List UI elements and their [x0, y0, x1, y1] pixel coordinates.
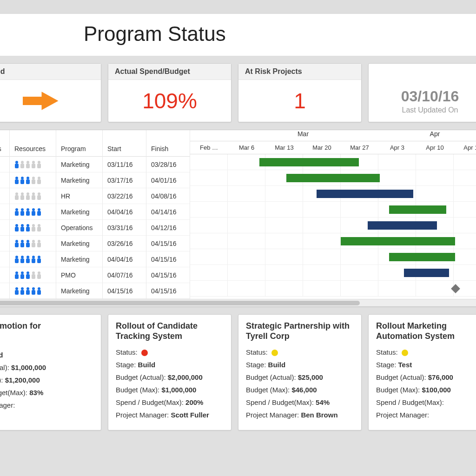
kpi-updated[interactable]: x 03/10/16 Last Updated On — [368, 63, 476, 122]
kpi-spend-label: Actual Spend/Budget — [108, 64, 231, 80]
gantt-row[interactable] — [190, 218, 476, 233]
project-title: Rollout Marketing Automation System — [376, 321, 476, 341]
svg-marker-0 — [23, 92, 59, 110]
week-header[interactable]: Mar 20 — [303, 141, 341, 154]
gantt-bar[interactable] — [286, 174, 380, 182]
project-title: Rollout of Candidate Tracking System — [116, 321, 224, 341]
table-cell[interactable] — [10, 251, 56, 267]
kpi-risk-label: At Risk Projects — [238, 64, 361, 80]
table-cell[interactable]: 04/04/16 — [103, 251, 146, 267]
gantt-bar[interactable] — [368, 221, 437, 230]
project-field: Manager: — [0, 399, 93, 411]
gantt-bar[interactable] — [389, 253, 456, 261]
arrow-right-icon — [19, 89, 60, 112]
table-cell[interactable]: 04/01/16 — [146, 172, 190, 188]
table-cell[interactable]: Marketing — [56, 204, 102, 220]
table-cell[interactable] — [0, 283, 9, 299]
table-cell[interactable] — [0, 172, 9, 188]
table-cell[interactable]: 03/17/16 — [103, 172, 146, 188]
kpi-spend[interactable]: Actual Spend/Budget 109% — [108, 63, 231, 122]
table-cell[interactable]: PMO — [56, 267, 102, 283]
table-cell[interactable]: 04/15/16 — [146, 251, 190, 267]
status-dot-icon — [402, 350, 408, 356]
week-header[interactable]: Mar 27 — [341, 141, 378, 154]
table-cell[interactable] — [0, 188, 9, 204]
table-cell[interactable]: Marketing — [56, 157, 102, 172]
table-cell[interactable] — [0, 157, 9, 172]
gantt-bar[interactable] — [389, 205, 446, 214]
table-cell[interactable] — [10, 172, 56, 188]
table-cell[interactable]: Marketing — [56, 283, 102, 299]
table-cell[interactable]: 04/08/16 — [146, 188, 190, 204]
gantt-chart[interactable]: MarAprFeb …Mar 6Mar 13Mar 20Mar 27Apr 3A… — [190, 130, 476, 299]
table-cell[interactable]: 03/31/16 — [103, 220, 146, 236]
table-cell[interactable] — [0, 267, 9, 283]
table-cell[interactable]: 04/12/16 — [146, 220, 190, 236]
table-cell[interactable]: 04/04/16 — [103, 204, 146, 220]
column-header[interactable]: Start — [103, 141, 146, 157]
table-cell[interactable]: 04/15/16 — [146, 236, 190, 251]
project-field: Status: — [376, 346, 476, 358]
table-cell[interactable] — [10, 204, 56, 220]
table-cell[interactable] — [0, 251, 9, 267]
status-dot-icon — [271, 350, 278, 356]
table-cell[interactable] — [10, 157, 56, 172]
table-cell[interactable]: Marketing — [56, 236, 102, 251]
resource-icons — [14, 287, 41, 295]
table-cell[interactable]: 04/14/16 — [146, 204, 190, 220]
gantt-row[interactable] — [190, 233, 476, 249]
project-card[interactable]: Rollout of Candidate Tracking SystemStat… — [108, 314, 231, 430]
table-cell[interactable]: 03/22/16 — [103, 188, 146, 204]
week-header[interactable]: Apr 3 — [378, 141, 416, 154]
week-header[interactable]: Feb … — [190, 141, 228, 154]
project-field: Build — [0, 349, 93, 361]
project-field: Project Manager: — [376, 409, 476, 421]
project-card[interactable]: Strategic Partnership with Tyrell CorpSt… — [238, 314, 362, 430]
table-cell[interactable]: Marketing — [56, 172, 102, 188]
kpi-trend[interactable]: Trend — [0, 63, 101, 122]
gantt-bar[interactable] — [404, 269, 449, 277]
column-header[interactable]: Resources — [10, 141, 56, 157]
table-cell[interactable]: HR — [56, 188, 102, 204]
table-cell[interactable]: 03/11/16 — [103, 157, 146, 172]
table-cell[interactable]: 04/15/16 — [146, 267, 190, 283]
resource-icons — [14, 240, 41, 247]
table-cell[interactable] — [10, 267, 56, 283]
table-cell[interactable] — [10, 220, 56, 236]
table-cell[interactable] — [0, 220, 9, 236]
gantt-bar[interactable] — [259, 158, 359, 166]
table-cell[interactable]: 03/26/16 — [103, 236, 146, 251]
project-card[interactable]: Rollout Marketing Automation SystemStatu… — [368, 314, 476, 430]
table-cell[interactable]: 03/28/16 — [146, 157, 190, 172]
column-header[interactable]: Status — [0, 141, 9, 157]
table-cell[interactable]: 04/15/16 — [103, 283, 146, 299]
table-cell[interactable]: 04/07/16 — [103, 267, 146, 283]
gantt-row[interactable] — [190, 186, 476, 202]
gantt-row[interactable] — [190, 154, 476, 170]
gantt-row[interactable] — [190, 249, 476, 265]
week-header[interactable]: Mar 13 — [265, 141, 303, 154]
table-cell[interactable] — [0, 236, 9, 251]
table-cell[interactable]: 04/15/16 — [146, 283, 190, 299]
table-cell[interactable] — [10, 188, 56, 204]
gantt-row[interactable] — [190, 281, 476, 297]
week-header[interactable]: Apr 17 — [454, 141, 476, 154]
gantt-row[interactable] — [190, 202, 476, 218]
table-cell[interactable]: Operations — [56, 220, 102, 236]
project-card[interactable]: Promotion forBuildActual): $1,000,000Max… — [0, 314, 101, 430]
table-cell[interactable] — [10, 236, 56, 251]
column-header[interactable]: Finish — [146, 141, 190, 157]
week-header[interactable]: Apr 10 — [416, 141, 454, 154]
gantt-row[interactable] — [190, 170, 476, 186]
kpi-risk[interactable]: At Risk Projects 1 — [238, 63, 362, 122]
gantt-bar[interactable] — [341, 237, 455, 245]
gantt-row[interactable] — [190, 265, 476, 281]
table-cell[interactable] — [0, 204, 9, 220]
table-cell[interactable]: Marketing — [56, 251, 102, 267]
week-header[interactable]: Mar 6 — [228, 141, 265, 154]
gantt-bar[interactable] — [317, 190, 413, 198]
table-cell[interactable] — [10, 283, 56, 299]
column-header[interactable]: Program — [56, 141, 102, 157]
horizontal-scrollbar[interactable] — [0, 299, 476, 306]
resource-icons — [14, 177, 41, 184]
